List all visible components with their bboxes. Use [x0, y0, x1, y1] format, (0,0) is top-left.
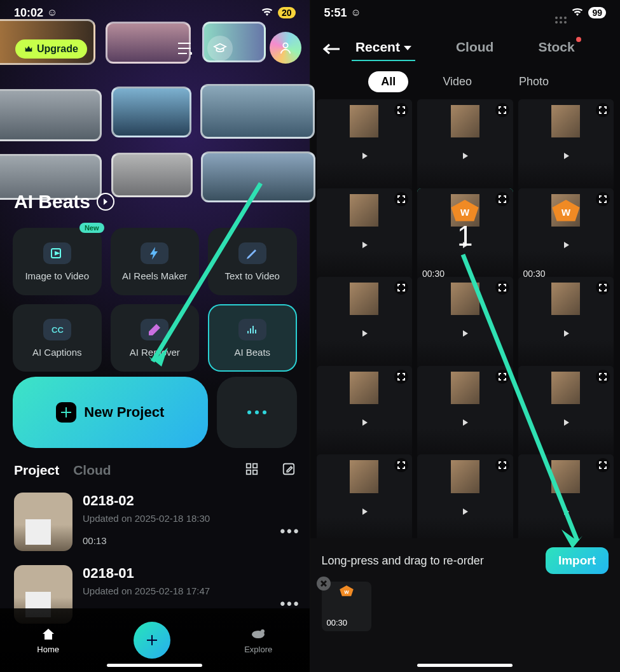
template-thumbnail[interactable] — [111, 153, 193, 197]
selection-row: w 00:30 — [310, 574, 621, 639]
wifi-icon — [261, 6, 273, 20]
expand-icon[interactable] — [596, 103, 610, 117]
media-item[interactable] — [317, 99, 413, 195]
remove-selection-icon[interactable] — [317, 577, 331, 591]
tab-cloud[interactable]: Cloud — [73, 463, 111, 478]
svg-point-0 — [283, 43, 287, 48]
source-tabs: Recent Cloud Stock — [310, 39, 621, 55]
status-emoji-icon: ☺ — [351, 7, 361, 18]
svg-rect-5 — [252, 464, 256, 468]
expand-icon[interactable] — [495, 370, 509, 384]
media-item[interactable] — [317, 188, 413, 284]
selection-duration: 00:30 — [327, 618, 348, 627]
nav-home-label: Home — [37, 645, 59, 654]
expand-icon[interactable] — [394, 370, 408, 384]
tab-recent[interactable]: Recent — [355, 39, 411, 55]
media-item[interactable] — [518, 277, 614, 373]
tool-reels-maker[interactable]: AI Reels Maker — [111, 228, 200, 295]
template-thumbnail[interactable] — [0, 89, 102, 141]
grid-view-icon[interactable] — [245, 462, 259, 479]
tab-stock[interactable]: Stock — [538, 39, 574, 55]
media-item[interactable] — [417, 99, 513, 195]
tutorial-icon[interactable] — [207, 36, 233, 61]
svg-rect-7 — [252, 470, 256, 474]
expand-icon[interactable] — [596, 192, 610, 206]
import-button[interactable]: Import — [546, 547, 609, 574]
template-thumbnail[interactable] — [201, 151, 315, 202]
section-title: AI Beats — [14, 191, 90, 213]
project-updated: Updated on 2025-02-18 17:47 — [83, 585, 270, 596]
expand-icon[interactable] — [495, 192, 509, 206]
plus-icon — [56, 402, 76, 423]
upgrade-button[interactable]: Upgrade — [15, 39, 87, 59]
tool-ai-remover[interactable]: AI Remover — [111, 304, 200, 372]
tool-ai-captions[interactable]: CC AI Captions — [13, 304, 102, 372]
expand-icon[interactable] — [495, 458, 509, 472]
statusbar: 10:02 ☺ 20 — [0, 0, 310, 25]
tool-label: AI Captions — [32, 347, 82, 358]
project-more-icon[interactable]: ••• — [280, 504, 300, 540]
bottom-nav: Home Explore — [0, 608, 310, 672]
media-item[interactable] — [417, 454, 513, 538]
status-time: 10:02 — [14, 6, 43, 20]
expand-icon[interactable] — [596, 370, 610, 384]
image-video-icon — [43, 242, 71, 264]
home-indicator — [417, 664, 513, 667]
media-item[interactable] — [417, 277, 513, 373]
template-list-icon[interactable] — [177, 42, 192, 57]
media-item[interactable] — [518, 366, 614, 462]
svg-text:w: w — [460, 206, 470, 218]
filter-video[interactable]: Video — [430, 71, 485, 92]
status-time: 5:51 — [324, 6, 347, 20]
project-more-icon[interactable]: ••• — [280, 577, 300, 612]
media-item[interactable] — [417, 366, 513, 462]
filter-all[interactable]: All — [368, 71, 408, 92]
tab-project[interactable]: Project — [14, 463, 59, 478]
media-item[interactable]: w100:30 — [417, 188, 513, 284]
media-item[interactable]: w00:30 — [518, 188, 614, 284]
project-updated: Updated on 2025-02-18 18:30 — [83, 513, 270, 524]
project-duration: 00:13 — [83, 535, 270, 546]
media-grid[interactable]: w100:30w00:30 — [317, 99, 614, 538]
new-project-button[interactable]: New Project — [13, 377, 208, 448]
media-picker-screen: 5:51 ☺ 99 Recent Cloud Stock All Video P… — [310, 0, 621, 672]
svg-text:CC: CC — [52, 325, 64, 335]
project-item[interactable]: 0218-02 Updated on 2025-02-18 18:30 00:1… — [14, 493, 301, 551]
expand-icon[interactable] — [394, 192, 408, 206]
nav-explore[interactable]: Explore — [244, 627, 272, 654]
tool-text-to-video[interactable]: Text to Video — [208, 228, 297, 295]
tool-image-to-video[interactable]: New Image to Video — [13, 228, 102, 295]
media-item[interactable] — [317, 366, 413, 462]
tab-cloud[interactable]: Cloud — [456, 39, 493, 55]
nav-home[interactable]: Home — [37, 627, 59, 654]
cc-icon: CC — [43, 319, 71, 340]
media-item[interactable] — [518, 454, 614, 538]
media-item[interactable] — [518, 99, 614, 195]
pencil-icon — [238, 242, 266, 264]
media-item[interactable] — [317, 454, 413, 538]
filter-photo[interactable]: Photo — [506, 71, 561, 92]
dropdown-caret-icon — [404, 46, 411, 50]
expand-icon[interactable] — [495, 103, 509, 117]
media-item[interactable] — [317, 277, 413, 373]
svg-marker-2 — [55, 252, 59, 255]
ai-tools-grid: New Image to Video AI Reels Maker Text t… — [13, 228, 297, 372]
more-icon — [247, 410, 266, 414]
expand-icon[interactable] — [495, 281, 509, 295]
notification-dot-icon — [576, 37, 581, 42]
w-badge-icon: w — [551, 200, 581, 223]
tool-label: Image to Video — [25, 270, 89, 281]
selection-item[interactable]: w 00:30 — [322, 582, 371, 631]
edit-icon[interactable] — [282, 462, 296, 479]
template-thumbnail[interactable] — [111, 87, 191, 137]
w-badge-icon: w — [450, 200, 480, 223]
profile-avatar[interactable] — [270, 32, 301, 64]
new-project-label: New Project — [84, 404, 164, 421]
template-carousel[interactable] — [0, 8, 310, 199]
expand-icon[interactable] — [394, 103, 408, 117]
tool-ai-beats[interactable]: AI Beats — [208, 304, 297, 372]
section-heading[interactable]: AI Beats — [14, 191, 114, 213]
more-button[interactable] — [217, 377, 297, 448]
template-thumbnail[interactable] — [200, 84, 315, 139]
nav-create[interactable] — [134, 622, 170, 659]
